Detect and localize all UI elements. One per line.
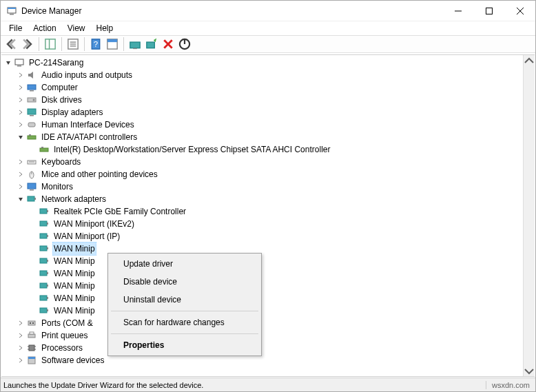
context-menu-item[interactable]: Uninstall device [110, 291, 260, 309]
menu-action[interactable]: Action [28, 22, 61, 34]
chevron-right-icon[interactable] [17, 344, 25, 352]
scroll-up-icon[interactable] [524, 55, 535, 67]
tree-device[interactable]: WAN Minip [4, 255, 535, 267]
tree-device[interactable]: Intel(R) Desktop/Workstation/Server Expr… [4, 143, 535, 156]
update-driver-button[interactable] [127, 37, 143, 52]
context-menu-item[interactable]: Update driver [110, 255, 260, 273]
chevron-right-icon[interactable] [17, 96, 25, 104]
tree-category[interactable]: Mice and other pointing devices [4, 168, 535, 180]
chevron-right-icon[interactable] [17, 121, 25, 129]
uninstall-button[interactable] [161, 37, 176, 52]
chevron-down-icon[interactable] [4, 59, 12, 67]
toolbar-separator [61, 37, 62, 51]
tree-category[interactable]: Network adapters [4, 193, 535, 205]
chevron-right-icon[interactable] [17, 356, 25, 364]
chevron-right-icon[interactable] [17, 108, 25, 116]
tree-device[interactable]: WAN Miniport (IP) [4, 230, 535, 243]
chevron-right-icon[interactable] [17, 170, 25, 178]
svg-rect-35 [41, 147, 43, 148]
svg-rect-54 [40, 271, 47, 276]
svg-point-28 [33, 99, 35, 101]
tree-device[interactable]: Realtek PCIe GbE Family Controller [4, 205, 535, 218]
context-menu-item[interactable]: Disable device [110, 273, 260, 291]
close-button[interactable] [504, 1, 535, 21]
tree-device-label: WAN Minip [52, 267, 96, 280]
device-icon [39, 293, 50, 304]
chevron-down-icon[interactable] [17, 195, 25, 203]
tree-device[interactable]: WAN Minip [4, 292, 535, 305]
tree-category[interactable]: Computer [4, 81, 535, 94]
svg-rect-55 [47, 272, 48, 274]
minimize-button[interactable] [442, 1, 473, 21]
svg-rect-62 [28, 321, 35, 325]
tree-category-label: Human Interface Devices [40, 118, 136, 131]
svg-rect-41 [30, 189, 34, 191]
tree-root[interactable]: PC-214Sarang [4, 56, 535, 69]
tree-category-label: Print queues [40, 329, 89, 342]
tree-category[interactable]: Display adapters [4, 106, 535, 118]
tree-device[interactable]: WAN Minip [4, 243, 535, 255]
svg-rect-32 [28, 136, 36, 139]
chevron-down-icon[interactable] [17, 133, 25, 141]
tree-category-label: Keyboards [40, 156, 82, 168]
chevron-right-icon[interactable] [17, 158, 25, 166]
svg-rect-18 [133, 48, 137, 49]
svg-rect-49 [47, 235, 48, 237]
help-button[interactable]: ? [88, 37, 103, 52]
context-menu-item[interactable]: Scan for hardware changes [110, 313, 260, 331]
chevron-right-icon[interactable] [17, 319, 25, 327]
device-category-icon [26, 82, 37, 93]
enable-button[interactable] [177, 37, 192, 52]
svg-rect-23 [15, 59, 23, 65]
tree-device-label: Intel(R) Desktop/Workstation/Server Expr… [52, 143, 331, 156]
maximize-button[interactable] [473, 1, 504, 21]
chevron-right-icon[interactable] [17, 71, 25, 79]
svg-rect-46 [40, 221, 47, 226]
menu-file[interactable]: File [3, 22, 28, 34]
forward-button[interactable] [20, 37, 35, 52]
tree-device[interactable]: WAN Minip [4, 267, 535, 280]
back-button[interactable] [3, 37, 19, 52]
context-menu-item[interactable]: Properties [110, 336, 260, 354]
chevron-placeholder [29, 145, 37, 154]
svg-rect-66 [30, 332, 34, 334]
tree-device[interactable]: WAN Minip [4, 280, 535, 292]
tree-category[interactable]: Disk drives [4, 94, 535, 106]
tree-category[interactable]: Audio inputs and outputs [4, 69, 535, 81]
properties-button[interactable] [65, 37, 81, 52]
action-button[interactable] [105, 37, 120, 52]
chevron-right-icon[interactable] [17, 83, 25, 92]
tree-category[interactable]: Monitors [4, 180, 535, 193]
tree-device[interactable]: WAN Miniport (IKEv2) [4, 218, 535, 230]
tree-device-label: WAN Minip [52, 305, 96, 317]
tree-category[interactable]: Human Interface Devices [4, 118, 535, 131]
show-hide-console-button[interactable] [43, 37, 58, 52]
tree-device-label: WAN Minip [52, 255, 96, 267]
svg-rect-17 [130, 42, 140, 48]
tree-category[interactable]: Ports (COM & [4, 317, 535, 329]
device-tree[interactable]: PC-214Sarang Audio inputs and outputs Co… [1, 55, 535, 368]
tree-category[interactable]: Processors [4, 342, 535, 354]
menu-help[interactable]: Help [91, 22, 119, 34]
tree-category[interactable]: Software devices [4, 354, 535, 367]
chevron-right-icon[interactable] [17, 183, 25, 191]
svg-text:?: ? [94, 40, 98, 48]
tree-device[interactable]: WAN Minip [4, 305, 535, 317]
tree-category-label: Disk drives [40, 94, 83, 106]
svg-rect-51 [47, 247, 48, 249]
tree-category[interactable]: IDE ATA/ATAPI controllers [4, 131, 535, 143]
svg-rect-53 [47, 260, 48, 262]
device-category-icon [26, 169, 37, 180]
tree-category[interactable]: Print queues [4, 329, 535, 342]
vertical-scrollbar[interactable] [523, 55, 535, 376]
tree-category[interactable]: Keyboards [4, 156, 535, 168]
device-category-icon [26, 107, 37, 118]
scan-hardware-button[interactable] [144, 37, 159, 52]
watermark: wsxdn.com [486, 381, 535, 389]
menubar: File Action View Help [1, 21, 535, 35]
svg-rect-50 [40, 246, 47, 251]
menu-view[interactable]: View [62, 22, 91, 34]
chevron-right-icon[interactable] [17, 331, 25, 340]
device-category-icon [26, 342, 37, 353]
scroll-down-icon[interactable] [524, 364, 535, 376]
